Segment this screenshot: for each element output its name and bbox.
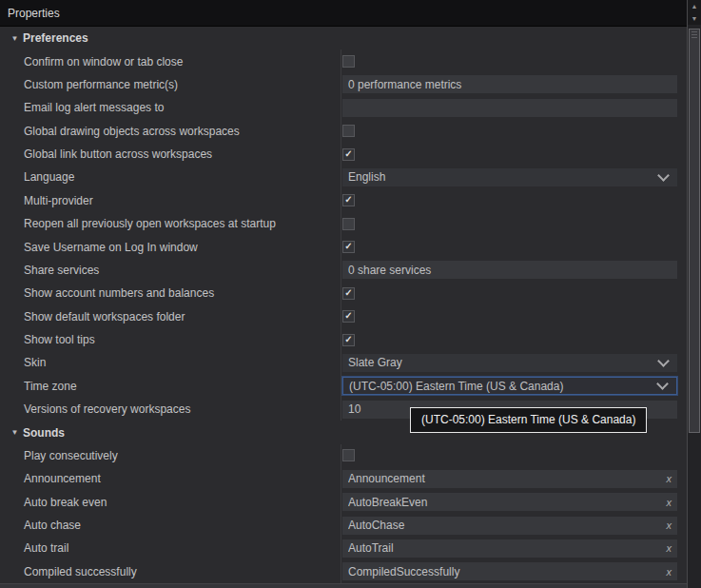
scrollbar-track[interactable] <box>688 27 701 588</box>
timezone-tooltip: (UTC-05:00) Eastern Time (US & Canada) <box>410 407 647 433</box>
vertical-scrollbar[interactable]: ▲ ▼ <box>687 0 701 588</box>
arrow-up-icon: ▲ <box>691 3 698 10</box>
property-label: Multi-provider <box>0 194 341 207</box>
auto-break-even-sound-field[interactable]: AutoBreakEven x <box>342 493 677 511</box>
property-label: Reopen all previously open workspaces at… <box>0 217 341 230</box>
property-label: Auto break even <box>0 496 341 509</box>
property-row-auto-chase[interactable]: Auto chase AutoChase x <box>0 514 687 537</box>
property-label: Skin <box>0 356 341 369</box>
language-dropdown[interactable]: English <box>342 168 677 186</box>
play-consecutively-checkbox[interactable] <box>342 449 355 461</box>
property-label: Show account numbers and balances <box>0 286 341 300</box>
property-row-show-account-numbers[interactable]: Show account numbers and balances ✓ <box>0 282 687 304</box>
property-row-compiled-successfully[interactable]: Compiled successfully CompiledSuccessful… <box>0 560 687 583</box>
property-label: Show default workspaces folder <box>0 310 341 323</box>
property-label: Compiled successfully <box>0 565 341 578</box>
property-label: Play consecutively <box>0 449 341 462</box>
property-label: Global link button across workspaces <box>0 147 341 161</box>
global-link-checkbox[interactable]: ✓ <box>342 148 355 161</box>
collapse-triangle-icon: ▼ <box>7 428 23 437</box>
property-row-time-zone[interactable]: Time zone (UTC-05:00) Eastern Time (US &… <box>0 375 687 398</box>
property-row-skin[interactable]: Skin Slate Gray <box>0 351 687 374</box>
property-row-show-default-folder[interactable]: Show default workspaces folder ✓ <box>0 305 687 328</box>
share-services-field[interactable]: 0 share services <box>342 261 677 279</box>
clear-icon[interactable]: x <box>667 473 672 484</box>
property-label: Global drawing objects across workspaces <box>0 125 341 138</box>
property-row-global-drawing[interactable]: Global drawing objects across workspaces <box>0 120 687 143</box>
field-value: Announcement <box>348 472 661 485</box>
bottom-scrollbar-track[interactable] <box>0 583 687 588</box>
clear-icon[interactable]: x <box>667 519 672 531</box>
panel-title: Properties <box>0 0 701 27</box>
auto-trail-sound-field[interactable]: AutoTrail x <box>342 539 677 558</box>
announcement-sound-field[interactable]: Announcement x <box>342 470 677 488</box>
property-row-auto-trail[interactable]: Auto trail AutoTrail x <box>0 537 687 559</box>
show-account-numbers-checkbox[interactable]: ✓ <box>342 287 355 300</box>
property-row-custom-metrics[interactable]: Custom performance metric(s) 0 performan… <box>0 73 687 96</box>
global-drawing-checkbox[interactable] <box>342 125 355 137</box>
property-label: Show tool tips <box>0 333 341 346</box>
field-value: AutoBreakEven <box>348 496 661 509</box>
collapse-triangle-icon: ▼ <box>7 34 23 43</box>
field-value: AutoChase <box>348 519 661 532</box>
dropdown-value: English <box>348 170 659 184</box>
field-value: CompiledSuccessfully <box>348 565 661 578</box>
scroll-down-button[interactable]: ▼ <box>688 12 701 25</box>
clear-icon[interactable]: x <box>667 542 672 554</box>
property-label: Announcement <box>0 472 341 485</box>
property-row-email-alerts[interactable]: Email log alert messages to <box>0 96 687 119</box>
chevron-down-icon <box>657 355 670 367</box>
skin-dropdown[interactable]: Slate Gray <box>342 354 677 372</box>
section-header-preferences[interactable]: ▼ Preferences <box>0 27 687 49</box>
property-label: Auto chase <box>0 519 341 532</box>
section-label: Preferences <box>23 31 88 45</box>
property-row-share-services[interactable]: Share services 0 share services <box>0 259 687 282</box>
property-label: Auto trail <box>0 541 341 555</box>
confirm-close-checkbox[interactable] <box>342 55 355 68</box>
scroll-up-button[interactable]: ▲ <box>688 0 701 12</box>
save-username-checkbox[interactable]: ✓ <box>342 241 355 253</box>
property-row-save-username[interactable]: Save Username on Log In window ✓ <box>0 235 687 258</box>
reopen-workspaces-checkbox[interactable] <box>342 218 355 230</box>
property-row-language[interactable]: Language English <box>0 166 687 188</box>
properties-panel: { "title": "Properties", "icons": { "sec… <box>0 0 701 588</box>
dropdown-value: Slate Gray <box>348 356 659 369</box>
checkmark-icon: ✓ <box>344 195 352 205</box>
property-row-global-link[interactable]: Global link button across workspaces ✓ <box>0 143 687 166</box>
property-row-show-tool-tips[interactable]: Show tool tips ✓ <box>0 328 687 351</box>
property-label: Versions of recovery workspaces <box>0 402 341 416</box>
auto-chase-sound-field[interactable]: AutoChase x <box>342 517 677 535</box>
show-tool-tips-checkbox[interactable]: ✓ <box>342 334 355 346</box>
clear-icon[interactable]: x <box>667 566 672 578</box>
custom-metrics-field[interactable]: 0 performance metrics <box>342 75 677 93</box>
field-value: 0 share services <box>348 264 672 277</box>
property-label: Language <box>0 170 341 184</box>
time-zone-dropdown[interactable]: (UTC-05:00) Eastern Time (US & Canada) <box>342 377 677 395</box>
property-label: Confirm on window or tab close <box>0 55 341 69</box>
field-value: 0 performance metrics <box>348 78 672 91</box>
property-row-play-consecutively[interactable]: Play consecutively <box>0 444 687 467</box>
checkmark-icon: ✓ <box>344 242 352 251</box>
compiled-successfully-sound-field[interactable]: CompiledSuccessfully x <box>342 562 677 580</box>
checkmark-icon: ✓ <box>344 335 352 344</box>
property-row-confirm-close[interactable]: Confirm on window or tab close <box>0 49 687 72</box>
clear-icon[interactable]: x <box>667 497 672 508</box>
property-label: Custom performance metric(s) <box>0 78 341 91</box>
field-value: AutoTrail <box>348 541 661 555</box>
scrollbar-thumb[interactable] <box>689 29 700 433</box>
property-row-reopen-workspaces[interactable]: Reopen all previously open workspaces at… <box>0 212 687 235</box>
email-alerts-field[interactable] <box>342 99 677 117</box>
property-row-announcement[interactable]: Announcement Announcement x <box>0 467 687 490</box>
property-row-multi-provider[interactable]: Multi-provider ✓ <box>0 189 687 212</box>
chevron-down-icon <box>656 378 669 390</box>
property-row-auto-break-even[interactable]: Auto break even AutoBreakEven x <box>0 491 687 514</box>
multi-provider-checkbox[interactable]: ✓ <box>342 194 355 206</box>
section-label: Sounds <box>23 426 65 440</box>
dropdown-value: (UTC-05:00) Eastern Time (US & Canada) <box>349 380 658 393</box>
show-default-folder-checkbox[interactable]: ✓ <box>342 310 355 323</box>
grip-icon <box>691 31 697 40</box>
property-grid: ▼ Preferences Confirm on window or tab c… <box>0 27 687 583</box>
property-label: Email log alert messages to <box>0 101 341 114</box>
panel-titlebar: Properties <box>0 0 701 27</box>
property-label: Save Username on Log In window <box>0 241 341 254</box>
